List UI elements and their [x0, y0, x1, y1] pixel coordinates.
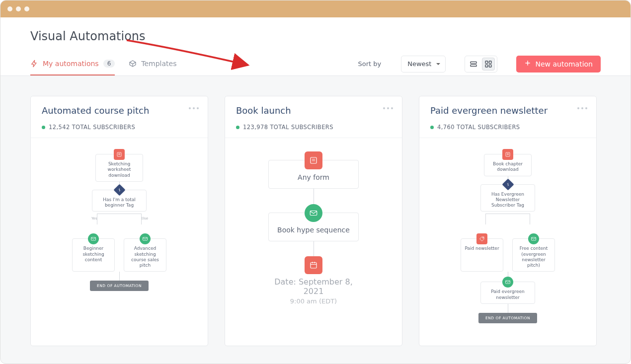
form-icon	[502, 149, 513, 160]
flow-action-node: Paid newsletter	[461, 238, 503, 272]
view-grid-button[interactable]	[482, 58, 495, 71]
tab-my-automations[interactable]: My automations 6	[30, 52, 115, 75]
subscriber-count: 4,760 TOTAL SUBSCRIBERS	[430, 124, 585, 131]
svg-rect-9	[311, 157, 316, 163]
svg-point-13	[482, 238, 483, 239]
window-titlebar	[0, 0, 631, 17]
view-toggle	[465, 56, 497, 73]
svg-rect-2	[485, 61, 488, 64]
bolt-icon	[30, 60, 38, 68]
branch-connector: Yes Else	[75, 214, 164, 224]
svg-rect-6	[117, 152, 121, 156]
email-icon	[528, 233, 539, 244]
svg-rect-5	[489, 65, 492, 67]
card-menu-button[interactable]	[383, 107, 393, 109]
flow-date-node: Date: September 8, 2021 9:00 am (EDT)	[268, 265, 359, 312]
box-icon	[129, 60, 137, 68]
tab-label: Templates	[141, 60, 176, 68]
calendar-icon	[305, 256, 322, 274]
flow-trigger-node: Book chapter download	[484, 154, 532, 176]
automation-card[interactable]: Automated course pitch 12,542 TOTAL SUBS…	[30, 96, 208, 346]
new-automation-button[interactable]: New automation	[516, 56, 601, 73]
view-list-button[interactable]	[467, 58, 480, 71]
flow-sequence-node: Paid evergreen newsletter	[480, 282, 535, 304]
card-title: Paid evergreen newsletter	[430, 105, 585, 116]
card-title: Book launch	[236, 105, 391, 116]
flow-condition-node: Has Evergreen Newsletter Subscriber Tag	[480, 184, 535, 212]
branch-connector	[463, 214, 552, 224]
plus-icon	[524, 60, 531, 68]
flow-sequence-node: Book hype sequence	[268, 213, 359, 241]
form-icon	[114, 149, 125, 160]
svg-rect-7	[91, 237, 96, 240]
automation-card[interactable]: Book launch 123,978 TOTAL SUBSCRIBERS An…	[225, 96, 402, 346]
flow-preview: Any form Book hype sequence Date: Septem…	[225, 138, 402, 346]
flow-trigger-node: Any form	[268, 160, 359, 189]
toolbar: My automations 6 Templates Sort by Newes…	[0, 52, 631, 76]
subscriber-count: 123,978 TOTAL SUBSCRIBERS	[236, 124, 391, 131]
traffic-light-min[interactable]	[16, 6, 21, 11]
tag-icon	[476, 233, 487, 244]
svg-rect-11	[311, 263, 316, 268]
flow-sequence-node: Advanced sketching course sales pitch	[124, 238, 166, 272]
branch-yes-label: Yes	[91, 217, 97, 220]
card-menu-button[interactable]	[189, 107, 199, 109]
branch-else-label: Else	[141, 217, 148, 220]
traffic-light-max[interactable]	[24, 6, 29, 11]
app-window: Visual Automations My automations 6 Temp…	[0, 0, 631, 364]
flow-preview: Book chapter download Has Evergreen News…	[419, 138, 596, 346]
form-icon	[305, 151, 322, 169]
email-icon	[305, 204, 322, 222]
subscriber-count: 12,542 TOTAL SUBSCRIBERS	[42, 124, 197, 131]
flow-preview: Sketching worksheet download Has I'm a t…	[31, 138, 208, 346]
status-dot-active	[430, 126, 434, 129]
svg-rect-15	[506, 281, 510, 284]
status-dot-active	[42, 126, 45, 129]
flow-end-node: END OF AUTOMATION	[90, 281, 149, 291]
svg-rect-10	[310, 211, 317, 216]
automation-grid: Automated course pitch 12,542 TOTAL SUBS…	[0, 76, 631, 364]
svg-rect-0	[471, 62, 476, 63]
status-dot-active	[236, 126, 239, 129]
svg-rect-1	[471, 65, 476, 66]
email-icon	[88, 233, 99, 244]
traffic-light-close[interactable]	[7, 6, 12, 11]
tab-templates[interactable]: Templates	[129, 52, 176, 75]
card-menu-button[interactable]	[577, 107, 587, 109]
svg-rect-14	[532, 237, 536, 240]
flow-condition-node: Has I'm a total beginner Tag	[92, 190, 147, 212]
page-title: Visual Automations	[0, 17, 631, 52]
email-icon	[140, 233, 151, 244]
tab-label: My automations	[43, 60, 99, 68]
flow-trigger-node: Sketching worksheet download	[95, 154, 143, 182]
new-btn-label: New automation	[535, 60, 593, 68]
svg-rect-8	[143, 237, 148, 240]
sort-select[interactable]: Newest	[401, 56, 446, 73]
flow-sequence-node: Free content (evergreen newsletter pitch…	[512, 238, 555, 272]
flow-end-node: END OF AUTOMATION	[478, 313, 537, 323]
email-icon	[502, 277, 513, 288]
card-title: Automated course pitch	[42, 105, 197, 116]
svg-rect-12	[506, 152, 510, 156]
svg-rect-3	[489, 61, 492, 64]
automation-card[interactable]: Paid evergreen newsletter 4,760 TOTAL SU…	[419, 96, 597, 346]
svg-rect-4	[485, 65, 488, 67]
sort-label: Sort by	[358, 60, 382, 68]
sort-value: Newest	[407, 60, 431, 68]
flow-sequence-node: Beginner sketching content	[72, 238, 115, 272]
tab-count-badge: 6	[103, 60, 115, 68]
